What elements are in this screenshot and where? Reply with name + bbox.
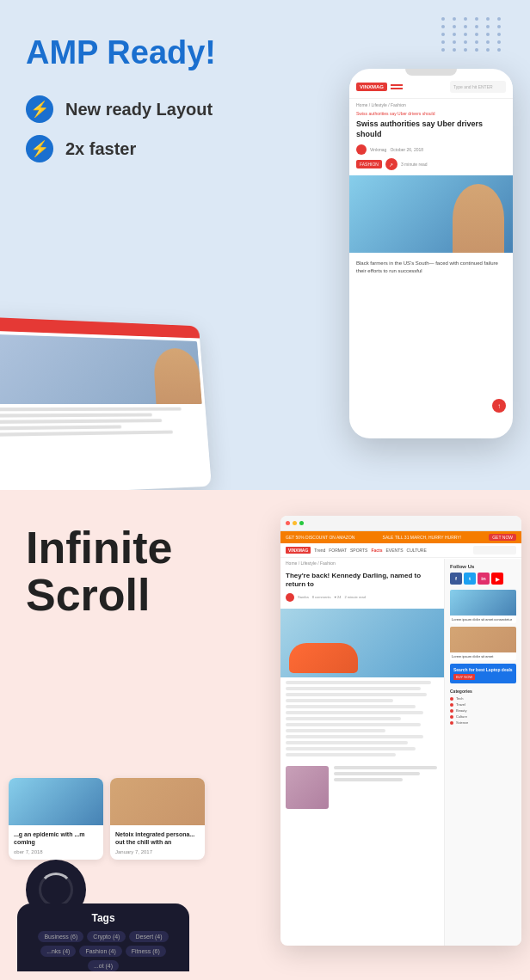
phone-notch (405, 69, 457, 76)
browser-ad-button[interactable]: GET NOW (489, 534, 516, 541)
tablet-line-4 (0, 426, 121, 431)
text-line-2 (286, 687, 421, 690)
browser-article-title: They're back! Kennedy Darling, named to … (286, 572, 439, 590)
browser-cat-travel: Travel (450, 702, 516, 707)
tag-other[interactable]: ...ot (4) (88, 960, 119, 971)
browser-mockup: GET 50% DISCOUNT ON AMAZON SALE TILL 31 … (280, 516, 521, 946)
browser-sidebar-follow-title: Follow Us (450, 564, 516, 569)
browser-nav-culture[interactable]: CULTURE (407, 548, 427, 553)
browser-sidebar-card-1: Lorem ipsum dolor sit amet consectetur (450, 590, 516, 623)
article-card-2-image (110, 778, 205, 825)
sidebar-ad-button[interactable]: BUY NOW (453, 674, 475, 680)
browser-cat-tech: Tech (450, 696, 516, 701)
text-line-7 (286, 717, 401, 720)
browser-main-content: Home / Lifestyle / Fashion They're back!… (280, 558, 444, 812)
browser-nav-format[interactable]: FORMAT (329, 548, 347, 553)
tag-desert[interactable]: Desert (4) (129, 931, 168, 942)
tablet-line-2 (0, 413, 152, 418)
cat-label-travel: Travel (453, 702, 516, 707)
facebook-icon[interactable]: f (450, 573, 462, 585)
lightning-icon-1: ⚡ (26, 95, 53, 123)
second-article-line-3 (334, 778, 403, 781)
tags-section: Tags Business (6) Crypto (4) Desert (4) … (17, 903, 189, 971)
tag-fitness[interactable]: Fitness (6) (126, 946, 166, 957)
loading-spinner (39, 873, 73, 907)
tablet-image (0, 334, 202, 404)
text-line-10 (286, 735, 423, 738)
feature-label-2: 2x faster (65, 139, 136, 159)
phone-header: VINXMAG Type and hit ENTER (349, 76, 513, 99)
tablet-mockup (0, 316, 212, 490)
tag-fashion[interactable]: Fashion (4) (79, 946, 121, 957)
article-card-2-title: Netoix integrated persona... out the chi… (115, 830, 200, 846)
browser-second-article-text (334, 766, 437, 781)
browser-dot-green (299, 521, 304, 525)
sidebar-card-2-text: Lorem ipsum dolor sit amet (450, 652, 516, 660)
scroll-up-button[interactable]: ↑ (492, 399, 506, 413)
second-article-line-2 (334, 772, 420, 775)
phone-red-link[interactable]: Swiss authorities say Uber drivers shoul… (349, 111, 513, 119)
browser-nav-sports[interactable]: SPORTS (350, 548, 367, 553)
phone-read-time: 3 minute read (401, 162, 428, 167)
browser-bar (280, 516, 521, 531)
phone-search-text: Type and hit ENTER (453, 84, 493, 89)
browser-article: They're back! Kennedy Darling, named to … (280, 568, 444, 609)
browser-hero-watercraft (289, 643, 358, 673)
browser-search[interactable] (473, 546, 516, 554)
phone-share-button[interactable]: ↗ (385, 158, 398, 170)
article-cards: ...g an epidemic with ...m coming ober 7… (9, 778, 215, 860)
tag-crypto[interactable]: Crypto (4) (87, 931, 126, 942)
article-card-1[interactable]: ...g an epidemic with ...m coming ober 7… (9, 778, 103, 860)
hamburger-icon (391, 83, 403, 91)
hamburger-line-2 (391, 86, 403, 88)
phone-author-avatar (356, 144, 367, 155)
sidebar-ad-text: Search for best Laptop deals (453, 667, 513, 672)
article-card-1-date: ober 7, 2018 (14, 849, 98, 854)
tablet-content (0, 330, 208, 447)
phone-logo: VINXMAG (356, 83, 387, 91)
article-card-1-body: ...g an epidemic with ...m coming ober 7… (9, 825, 103, 860)
tablet-line-3 (0, 419, 163, 424)
article-card-2-body: Netoix integrated persona... out the chi… (110, 825, 205, 860)
browser-likes: ♥ 24 (334, 595, 341, 599)
text-line-8 (286, 723, 421, 726)
browser-nav-trend[interactable]: Trend (314, 548, 325, 553)
text-line-5 (286, 705, 416, 708)
tag-banks[interactable]: ...nks (4) (40, 946, 76, 957)
browser-categories: Categories Tech Travel Beauty Culture (450, 689, 516, 725)
instagram-icon[interactable]: in (478, 573, 490, 585)
tags-title: Tags (30, 912, 176, 924)
browser-hero-image (280, 609, 444, 677)
cat-label-science: Science (453, 720, 516, 725)
browser-second-article-image (286, 766, 329, 809)
browser-date: 8 comments (312, 595, 331, 599)
phone-tags: FASHION ↗ 3 minute read (349, 158, 513, 175)
browser-nav-events[interactable]: EVENTS (386, 548, 404, 553)
phone-mockup: VINXMAG Type and hit ENTER Home / Lifest… (349, 69, 513, 438)
cat-label-culture: Culture (453, 714, 516, 719)
youtube-icon[interactable]: ▶ (491, 573, 503, 585)
infinite-section: Infinite Scroll GET 50% DISCOUNT ON AMAZ… (0, 490, 530, 980)
tablet-line-1 (0, 407, 182, 412)
text-line-1 (286, 681, 431, 684)
phone-article-title: Swiss authorities say Uber drivers shoul… (349, 119, 513, 144)
tablet-person (152, 347, 201, 404)
text-line-9 (286, 729, 385, 732)
browser-sidebar-social: f t in ▶ (450, 573, 516, 585)
amp-title: AMP Ready! (26, 34, 504, 71)
phone-author-name: Vinkmag (370, 147, 386, 152)
text-line-4 (286, 699, 393, 702)
browser-ad-text: GET 50% DISCOUNT ON AMAZON (286, 535, 354, 540)
phone-tag-fashion[interactable]: FASHION (356, 160, 382, 168)
browser-cat-science: Science (450, 720, 516, 725)
article-card-2[interactable]: Netoix integrated persona... out the chi… (110, 778, 205, 860)
browser-text-block (280, 681, 444, 763)
sidebar-card-1-image (450, 590, 516, 616)
tag-business[interactable]: Business (6) (38, 931, 83, 942)
tags-grid: Business (6) Crypto (4) Desert (4) ...nk… (30, 931, 176, 971)
browser-nav-facts[interactable]: Facts (371, 548, 382, 553)
twitter-icon[interactable]: t (464, 573, 476, 585)
phone-search[interactable]: Type and hit ENTER (450, 81, 506, 93)
infinite-title-line2: Scroll (26, 570, 151, 620)
sidebar-card-2-image (450, 627, 516, 652)
